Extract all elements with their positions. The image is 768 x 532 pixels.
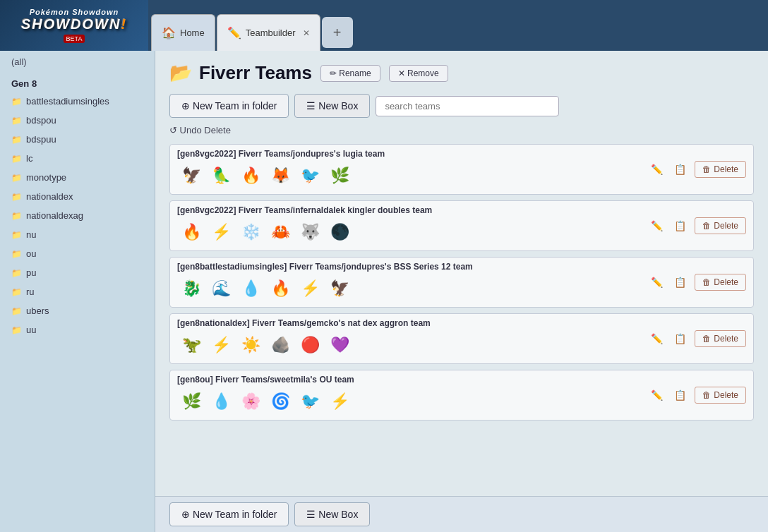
edit-team-button[interactable]: ✏️ [648, 387, 666, 404]
delete-team-button[interactable]: 🗑 Delete [695, 217, 746, 234]
edit-team-button[interactable]: ✏️ [648, 274, 666, 291]
bottom-new-team-button[interactable]: ⊕ New Team in folder [169, 502, 289, 526]
team-label: [gen8nationaldex] Fiverr Teams/gemcko's … [177, 318, 642, 328]
trash-icon: 🗑 [702, 390, 711, 400]
sidebar-item-all[interactable]: (all) [0, 51, 155, 73]
folder-icon: 📁 [11, 287, 22, 297]
sidebar-item-pu[interactable]: 📁 pu [0, 263, 155, 282]
copy-team-button[interactable]: 📋 [671, 217, 689, 234]
sidebar-item-nu[interactable]: 📁 nu [0, 225, 155, 244]
sidebar-item-nationaldex[interactable]: 📁 nationaldex [0, 187, 155, 206]
pokemon-sprite: ⚡ [325, 387, 354, 416]
trash-icon: 🗑 [702, 164, 711, 174]
sidebar-item-label: bdspou [26, 115, 56, 126]
team-info[interactable]: [gen8nationaldex] Fiverr Teams/gemcko's … [177, 318, 642, 359]
folder-icon: 📁 [11, 116, 22, 126]
table-row: [gen8vgc2022] Fiverr Teams/jondupres's l… [169, 144, 754, 195]
sidebar-item-lc[interactable]: 📁 lc [0, 149, 155, 168]
sidebar-item-label: pu [26, 267, 36, 278]
new-team-button[interactable]: ⊕ New Team in folder [169, 94, 289, 118]
folder-icon: 📁 [11, 154, 22, 164]
team-actions: ✏️ 📋 🗑 Delete [648, 161, 746, 178]
rename-button[interactable]: ✏ Rename [320, 65, 380, 82]
copy-team-button[interactable]: 📋 [671, 330, 689, 347]
bottom-new-box-button[interactable]: ☰ New Box [294, 502, 370, 526]
team-prefix: [gen8nationaldex] Fiverr Teams/ [177, 318, 306, 328]
tab-home-label: Home [180, 28, 205, 38]
team-info[interactable]: [gen8ou] Fiverr Teams/sweetmila's OU tea… [177, 375, 642, 416]
sidebar-item-label: lc [26, 153, 32, 164]
team-info[interactable]: [gen8vgc2022] Fiverr Teams/jondupres's l… [177, 149, 642, 190]
pokemon-sprite: 🪨 [266, 331, 294, 359]
team-info[interactable]: [gen8battlestadiumsingles] Fiverr Teams/… [177, 262, 642, 303]
sidebar-item-battlestadiumsingles[interactable]: 📁 battlestadiumsingles [0, 92, 155, 111]
pokemon-sprite: 🌿 [177, 387, 205, 416]
delete-label: Delete [714, 334, 738, 344]
copy-team-button[interactable]: 📋 [671, 161, 689, 178]
pokemon-sprite: 🐦 [296, 387, 324, 416]
sidebar-item-bdspou[interactable]: 📁 bdspou [0, 111, 155, 130]
new-box-button[interactable]: ☰ New Box [294, 94, 370, 118]
delete-team-button[interactable]: 🗑 Delete [695, 274, 746, 291]
remove-button[interactable]: ✕ Remove [389, 65, 448, 82]
copy-team-button[interactable]: 📋 [671, 387, 689, 404]
add-tab-button[interactable]: + [322, 17, 353, 48]
pokemon-sprite: 🔴 [296, 331, 324, 359]
action-bar: ⊕ New Team in folder ☰ New Box [169, 94, 754, 118]
copy-team-button[interactable]: 📋 [671, 274, 689, 291]
sidebar-item-bdspuu[interactable]: 📁 bdspuu [0, 130, 155, 149]
sidebar-item-ru[interactable]: 📁 ru [0, 282, 155, 301]
sidebar: (all) Gen 8 📁 battlestadiumsingles 📁 bds… [0, 51, 155, 532]
pokemon-sprite: 💧 [236, 274, 265, 303]
folder-icon: 📁 [11, 135, 22, 145]
pokemon-sprite: 🔥 [266, 274, 294, 303]
delete-team-button[interactable]: 🗑 Delete [695, 330, 746, 347]
teambuilder-icon: ✏️ [227, 26, 241, 40]
sidebar-item-monotype[interactable]: 📁 monotype [0, 168, 155, 187]
pokemon-sprite: ⚡ [296, 274, 324, 303]
team-prefix: [gen8battlestadiumsingles] Fiverr Teams/ [177, 262, 344, 272]
sidebar-item-label: ru [26, 286, 35, 297]
team-label: [gen8vgc2022] Fiverr Teams/jondupres's l… [177, 149, 642, 159]
folder-icon: 📁 [11, 192, 22, 202]
sidebar-item-ubers[interactable]: 📁 ubers [0, 301, 155, 320]
delete-team-button[interactable]: 🗑 Delete [695, 161, 746, 178]
sidebar-item-label: monotype [26, 172, 66, 183]
folder-icon: 📁 [11, 249, 22, 259]
pokemon-sprite: 🦊 [266, 162, 294, 190]
delete-label: Delete [714, 277, 738, 287]
team-sprites: 🌿 💧 🌸 🌀 🐦 ⚡ [177, 387, 642, 416]
table-row: [gen8ou] Fiverr Teams/sweetmila's OU tea… [169, 370, 754, 421]
pokemon-sprite: 🌀 [266, 387, 294, 416]
sidebar-item-nationaldexag[interactable]: 📁 nationaldexag [0, 206, 155, 225]
logo-beta-badge: BETA [64, 35, 85, 43]
team-info[interactable]: [gen8vgc2022] Fiverr Teams/infernaldalek… [177, 205, 642, 246]
folder-icon: 📁 [11, 325, 22, 335]
table-row: [gen8vgc2022] Fiverr Teams/infernaldalek… [169, 200, 754, 251]
sidebar-item-label: nationaldex [26, 191, 73, 202]
team-label: [gen8ou] Fiverr Teams/sweetmila's OU tea… [177, 375, 642, 385]
undo-delete-button[interactable]: ↺ Undo Delete [169, 125, 754, 135]
pokemon-sprite: 💜 [325, 331, 354, 359]
team-sprites: 🦅 🦜 🔥 🦊 🐦 🌿 [177, 162, 642, 190]
tab-home[interactable]: 🏠 Home [151, 14, 215, 51]
folder-icon: 📁 [11, 268, 22, 278]
edit-team-button[interactable]: ✏️ [648, 330, 666, 347]
pokemon-sprite: ❄️ [236, 218, 265, 246]
tab-teambuilder[interactable]: ✏️ Teambuilder ✕ [217, 14, 320, 51]
sidebar-item-ou[interactable]: 📁 ou [0, 244, 155, 263]
app-header: Pokémon Showdown SHOWDOWN! BETA 🏠 Home ✏… [0, 0, 768, 51]
sidebar-item-label: battlestadiumsingles [26, 96, 109, 107]
edit-team-button[interactable]: ✏️ [648, 217, 666, 234]
delete-team-button[interactable]: 🗑 Delete [695, 387, 746, 404]
edit-team-button[interactable]: ✏️ [648, 161, 666, 178]
pokemon-sprite: 🔥 [236, 162, 265, 190]
team-actions: ✏️ 📋 🗑 Delete [648, 274, 746, 291]
tab-close-icon[interactable]: ✕ [303, 28, 310, 38]
trash-icon: 🗑 [702, 221, 711, 231]
pokemon-sprite: 🌊 [207, 274, 235, 303]
bottom-bar: ⊕ New Team in folder ☰ New Box [155, 496, 768, 532]
search-input[interactable] [376, 96, 559, 116]
pokemon-sprite: 🦅 [177, 162, 205, 190]
sidebar-item-uu[interactable]: 📁 uu [0, 320, 155, 339]
